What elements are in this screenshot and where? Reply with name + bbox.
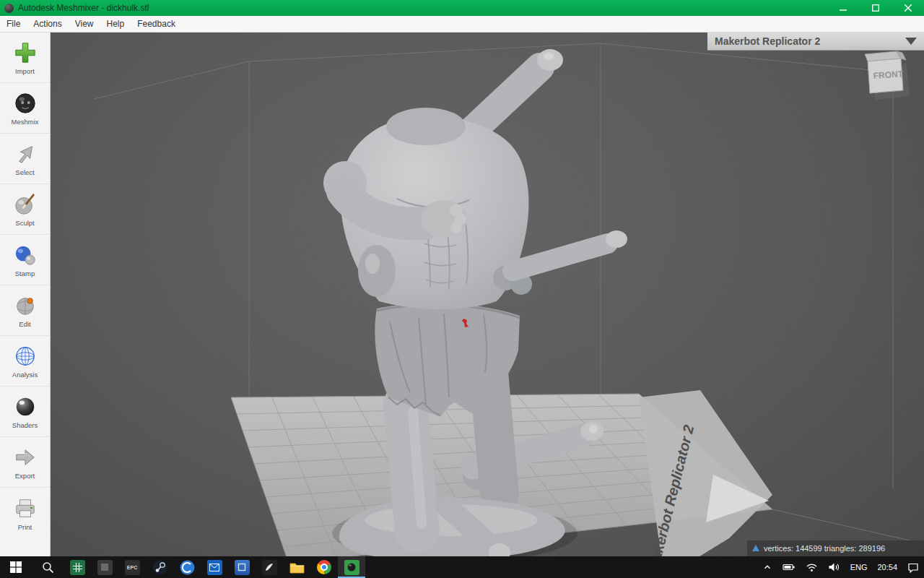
dark-wing-app-icon <box>262 560 277 575</box>
close-icon <box>905 4 912 12</box>
chrome-browser-icon <box>317 560 331 574</box>
select-arrow-icon <box>12 141 38 167</box>
tray-battery[interactable] <box>777 556 801 578</box>
maximize-button[interactable] <box>859 0 892 16</box>
blue-round-app-icon <box>180 560 195 575</box>
action-center-icon <box>907 562 919 573</box>
tool-label: Sculpt <box>15 219 34 227</box>
tool-label: Stamp <box>15 269 35 277</box>
speaker-icon <box>828 562 840 572</box>
battery-icon <box>783 562 796 572</box>
menu-actions[interactable]: Actions <box>27 16 68 32</box>
meshmixer-app-icon <box>4 4 14 13</box>
meshmixer-window: Autodesk Meshmixer - dickhulk.stl File A… <box>0 0 924 578</box>
stamp-icon <box>12 242 38 268</box>
print-printer-icon <box>12 496 38 522</box>
window-controls <box>827 0 924 16</box>
close-button[interactable] <box>892 0 924 16</box>
tool-meshmix[interactable]: Meshmix <box>0 83 50 134</box>
chevron-up-icon <box>762 562 772 572</box>
taskbar-app-chrome[interactable] <box>310 556 338 578</box>
taskbar-app-epc[interactable]: EPC <box>118 556 146 578</box>
printer-selector-label: Makerbot Replicator 2 <box>715 35 905 47</box>
taskbar-app-file-explorer[interactable] <box>283 556 310 578</box>
tool-stamp[interactable]: Stamp <box>0 235 50 285</box>
taskbar-app-blue-tile[interactable] <box>228 556 256 578</box>
tool-print[interactable]: Print <box>0 488 50 538</box>
mesh-stats-text: vertices: 144599 triangles: 289196 <box>764 544 885 553</box>
tray-action-center[interactable] <box>902 556 924 578</box>
tool-analysis[interactable]: Analysis <box>0 336 50 387</box>
maximize-icon <box>872 4 879 12</box>
mail-envelope-icon <box>207 560 222 575</box>
tool-sidebar: Import Meshmix Select <box>0 33 51 556</box>
tool-shaders[interactable]: Shaders <box>0 387 50 437</box>
menu-file[interactable]: File <box>0 16 27 32</box>
analysis-globe-icon <box>12 343 38 369</box>
minimize-button[interactable] <box>827 0 859 16</box>
tool-label: Export <box>15 472 35 480</box>
meshmixer-taskbar-icon <box>344 560 359 575</box>
tray-network[interactable] <box>801 556 823 578</box>
sculpt-brush-icon <box>12 191 38 217</box>
chevron-down-icon <box>905 38 917 45</box>
windows-taskbar: EPC <box>0 556 924 578</box>
system-tray: ENG 20:54 <box>757 556 924 578</box>
spreadsheet-grid-icon <box>70 560 85 575</box>
menu-feedback[interactable]: Feedback <box>131 16 182 32</box>
minimize-icon <box>840 4 847 12</box>
menu-bar: File Actions View Help Feedback <box>0 16 924 33</box>
taskbar-app-meshmixer[interactable] <box>338 556 365 578</box>
language-indicator: ENG <box>850 563 868 571</box>
taskbar-app-blue-round[interactable] <box>173 556 201 578</box>
tool-edit[interactable]: Edit <box>0 285 50 336</box>
view-cube[interactable]: FRONT <box>860 48 917 100</box>
tool-import[interactable]: Import <box>0 33 50 83</box>
start-button[interactable] <box>0 556 32 578</box>
blue-tile-app-icon <box>235 560 250 575</box>
tray-language[interactable]: ENG <box>845 556 873 578</box>
import-plus-icon <box>12 40 38 66</box>
tool-label: Import <box>15 67 35 75</box>
tool-select[interactable]: Select <box>0 134 50 184</box>
search-button[interactable] <box>32 556 64 578</box>
taskbar-app-dark-tile[interactable] <box>91 556 118 578</box>
menu-help[interactable]: Help <box>100 16 131 32</box>
wifi-icon <box>806 562 818 572</box>
steam-icon <box>152 560 167 575</box>
mesh-stats-bar: vertices: 144599 triangles: 289196 <box>747 540 924 556</box>
title-bar: Autodesk Meshmixer - dickhulk.stl <box>0 0 924 16</box>
tool-label: Analysis <box>12 371 38 379</box>
window-title: Autodesk Meshmixer - dickhulk.stl <box>18 3 149 13</box>
meshmix-sphere-icon <box>12 90 38 116</box>
dark-app-icon <box>97 560 113 575</box>
taskbar-app-dark-wing[interactable] <box>256 556 283 578</box>
view-cube-face-label: FRONT <box>873 69 904 81</box>
search-icon <box>42 561 54 574</box>
clock-time: 20:54 <box>877 563 897 571</box>
tool-label: Edit <box>19 320 30 328</box>
windows-logo-icon <box>10 561 22 573</box>
stats-icon <box>751 544 760 553</box>
3d-scene-canvas[interactable]: Makerbot Replicator 2 <box>51 33 924 556</box>
shaders-sphere-icon <box>12 394 38 420</box>
tool-sculpt[interactable]: Sculpt <box>0 184 50 235</box>
file-explorer-folder-icon <box>289 561 305 574</box>
taskbar-app-spreadsheet[interactable] <box>64 556 91 578</box>
tool-label: Select <box>15 168 34 176</box>
taskbar-app-steam[interactable] <box>146 556 173 578</box>
tool-export[interactable]: Export <box>0 437 50 488</box>
menu-view[interactable]: View <box>69 16 100 32</box>
taskbar-app-mail[interactable] <box>201 556 228 578</box>
tool-label: Print <box>18 523 32 531</box>
tray-clock[interactable]: 20:54 <box>872 556 902 578</box>
export-arrow-icon <box>12 444 38 470</box>
tray-show-hidden-icons[interactable] <box>757 556 777 578</box>
tray-volume[interactable] <box>823 556 845 578</box>
tool-label: Meshmix <box>11 118 38 126</box>
viewport: Makerbot Replicator 2 <box>51 33 924 556</box>
edit-icon <box>12 293 38 319</box>
bed-banner-arrow: Makerbot Replicator 2 <box>639 390 772 556</box>
epc-launcher-icon: EPC <box>125 560 140 575</box>
tool-label: Shaders <box>12 421 38 429</box>
